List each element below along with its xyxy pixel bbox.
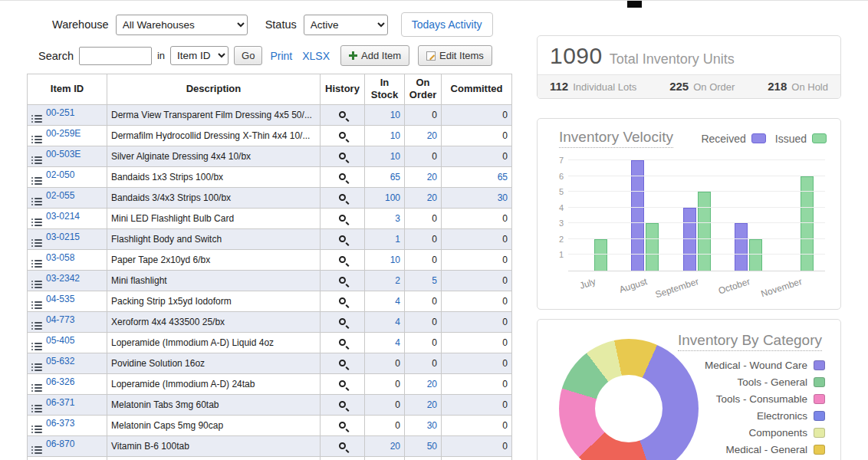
row-list-icon[interactable] bbox=[31, 363, 42, 371]
search-field-select[interactable]: Item ID bbox=[170, 46, 229, 65]
legend-item[interactable]: Tools - General bbox=[737, 376, 825, 388]
row-list-icon[interactable] bbox=[31, 405, 42, 412]
item-id-link[interactable]: 06-371 bbox=[46, 397, 74, 408]
x-axis-label: August bbox=[618, 276, 649, 295]
row-list-icon[interactable] bbox=[31, 260, 42, 268]
history-search-icon[interactable] bbox=[339, 277, 346, 284]
velocity-chart-title[interactable]: Inventory Velocity bbox=[559, 129, 673, 148]
go-button[interactable]: Go bbox=[234, 46, 262, 65]
legend-label: Medical - Wound Care bbox=[705, 360, 807, 371]
history-search-icon[interactable] bbox=[339, 297, 346, 304]
legend-swatch bbox=[814, 360, 825, 370]
item-description: Bandaids 1x3 Strips 100/bx bbox=[107, 166, 321, 187]
row-list-icon[interactable] bbox=[31, 156, 42, 164]
table-row: 03-0215Flashlight Body and Switch100 bbox=[28, 228, 512, 249]
status-select[interactable]: Active bbox=[304, 15, 388, 35]
gridline bbox=[568, 176, 825, 176]
row-list-icon[interactable] bbox=[31, 115, 42, 123]
stat-on-order: 225 On Order bbox=[669, 80, 735, 93]
committed-value: 0 bbox=[442, 373, 512, 394]
history-search-icon[interactable] bbox=[339, 194, 346, 201]
stat-individual-lots: 112 Individual Lots bbox=[550, 80, 636, 93]
item-id-link[interactable]: 03-0214 bbox=[46, 211, 80, 222]
legend-item-received[interactable]: Received bbox=[701, 133, 765, 145]
table-row: 07-170Shroud Kits Adult20200 bbox=[28, 456, 512, 460]
in-stock-value: 0 bbox=[365, 415, 405, 435]
item-id-link[interactable]: 02-055 bbox=[46, 190, 74, 201]
row-list-icon[interactable] bbox=[31, 301, 42, 309]
legend-item-issued[interactable]: Issued bbox=[775, 133, 827, 145]
item-id-link[interactable]: 04-535 bbox=[46, 294, 74, 304]
warehouse-label: Warehouse bbox=[52, 18, 109, 31]
item-id-link[interactable]: 05-632 bbox=[46, 356, 74, 366]
search-in-label: in bbox=[157, 50, 165, 61]
row-list-icon[interactable] bbox=[31, 198, 42, 205]
history-search-icon[interactable] bbox=[339, 235, 346, 242]
history-search-icon[interactable] bbox=[339, 215, 346, 222]
item-id-link[interactable]: 03-0215 bbox=[46, 232, 80, 242]
history-search-icon[interactable] bbox=[339, 173, 346, 180]
row-list-icon[interactable] bbox=[31, 239, 42, 247]
history-search-icon[interactable] bbox=[339, 360, 346, 366]
category-legend: Medical - Wound CareTools - GeneralTools… bbox=[705, 360, 825, 455]
row-list-icon[interactable] bbox=[31, 177, 42, 185]
in-stock-value: 65 bbox=[365, 166, 405, 187]
item-id-link[interactable]: 00-251 bbox=[46, 107, 74, 118]
row-list-icon[interactable] bbox=[31, 281, 42, 288]
item-id-link[interactable]: 00-503E bbox=[46, 149, 81, 159]
item-id-link[interactable]: 00-259E bbox=[46, 128, 81, 139]
row-list-icon[interactable] bbox=[31, 446, 42, 454]
legend-item[interactable]: Tools - Consumable bbox=[716, 393, 825, 405]
gridline bbox=[568, 191, 825, 192]
on-order-value: 20 bbox=[405, 125, 442, 146]
row-list-icon[interactable] bbox=[31, 343, 42, 350]
item-id-link[interactable]: 06-326 bbox=[46, 376, 74, 387]
category-donut[interactable] bbox=[559, 339, 699, 460]
item-id-link[interactable]: 06-373 bbox=[46, 418, 74, 429]
y-axis-tick: 1 bbox=[551, 250, 564, 259]
in-stock-value: 3 bbox=[365, 208, 405, 228]
history-search-icon[interactable] bbox=[339, 111, 346, 118]
history-search-icon[interactable] bbox=[339, 401, 346, 408]
category-chart-title[interactable]: Inventory By Category bbox=[678, 332, 822, 351]
xlsx-link[interactable]: XLSX bbox=[302, 50, 330, 62]
edit-items-button[interactable]: Edit Items bbox=[418, 45, 492, 66]
todays-activity-button[interactable]: Todays Activity bbox=[401, 12, 493, 37]
row-list-icon[interactable] bbox=[31, 384, 42, 392]
row-list-icon[interactable] bbox=[31, 322, 42, 330]
print-link[interactable]: Print bbox=[270, 50, 292, 62]
history-search-icon[interactable] bbox=[339, 256, 346, 263]
warehouse-select[interactable]: All Warehouses bbox=[116, 15, 248, 35]
in-stock-value: 10 bbox=[365, 146, 405, 166]
row-list-icon[interactable] bbox=[31, 136, 42, 143]
history-search-icon[interactable] bbox=[339, 339, 346, 346]
row-list-icon[interactable] bbox=[31, 426, 42, 433]
velocity-plot: JulyAugustSeptemberOctoberNovember 12345… bbox=[568, 160, 825, 271]
on-order-value: 0 bbox=[405, 311, 442, 332]
add-item-button[interactable]: Add Item bbox=[340, 45, 409, 66]
item-id-link[interactable]: 05-405 bbox=[46, 335, 74, 346]
legend-item[interactable]: Electronics bbox=[757, 410, 825, 422]
legend-item[interactable]: Medical - Wound Care bbox=[705, 360, 825, 371]
search-input[interactable] bbox=[79, 47, 152, 65]
item-id-link[interactable]: 04-773 bbox=[46, 314, 74, 325]
edit-items-label: Edit Items bbox=[439, 50, 484, 61]
stat-value: 112 bbox=[550, 80, 568, 93]
history-search-icon[interactable] bbox=[339, 442, 346, 449]
item-id-link[interactable]: 02-050 bbox=[46, 169, 74, 180]
item-id-link[interactable]: 03-058 bbox=[46, 252, 74, 263]
gridline bbox=[568, 254, 825, 255]
header-history: History bbox=[321, 74, 365, 105]
row-list-icon[interactable] bbox=[31, 219, 42, 226]
history-search-icon[interactable] bbox=[339, 380, 346, 387]
item-id-link[interactable]: 03-2342 bbox=[46, 273, 80, 284]
legend-swatch bbox=[814, 394, 825, 404]
item-id-link[interactable]: 06-870 bbox=[46, 439, 74, 449]
on-order-value: 0 bbox=[405, 208, 442, 228]
history-search-icon[interactable] bbox=[339, 422, 346, 429]
history-search-icon[interactable] bbox=[339, 153, 346, 159]
legend-item[interactable]: Medical - General bbox=[725, 444, 825, 455]
history-search-icon[interactable] bbox=[339, 132, 346, 139]
history-search-icon[interactable] bbox=[339, 318, 346, 325]
legend-item[interactable]: Components bbox=[748, 427, 825, 439]
